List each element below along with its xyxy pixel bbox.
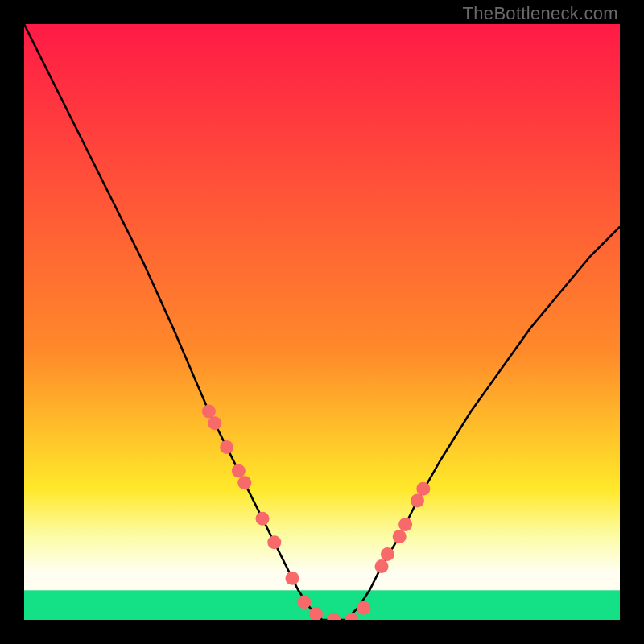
marker-point [208, 416, 221, 430]
marker-point [237, 476, 251, 489]
marker-point [255, 512, 269, 526]
marker-point [297, 595, 311, 609]
marker-point [267, 535, 281, 549]
marker-point [232, 464, 246, 477]
marker-point [202, 404, 216, 418]
marker-point [345, 613, 358, 620]
marker-point [285, 572, 299, 585]
marker-point [393, 530, 407, 543]
bottleneck-curve [24, 24, 620, 620]
marker-point [357, 601, 370, 615]
watermark-text: TheBottleneck.com [463, 3, 618, 24]
marker-point [398, 518, 412, 531]
marker-point [220, 440, 233, 454]
curve-layer [24, 24, 620, 620]
marker-point [374, 559, 388, 573]
marker-point [411, 493, 424, 507]
marker-point [381, 547, 394, 561]
marker-group [202, 404, 430, 620]
marker-point [327, 613, 341, 620]
plot-area [24, 24, 620, 620]
chart-stage: TheBottleneck.com [0, 0, 644, 644]
marker-point [416, 482, 430, 496]
